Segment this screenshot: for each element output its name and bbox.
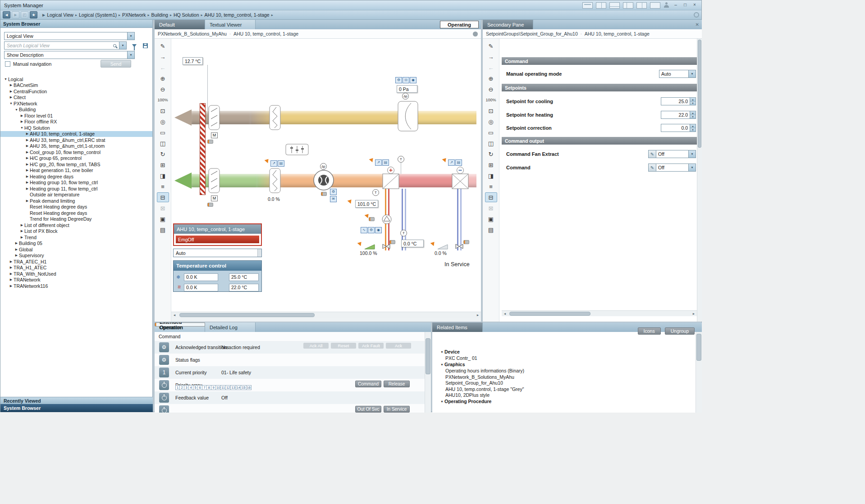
tool-zoom-out[interactable]: ⊖ bbox=[485, 84, 497, 94]
tree-item[interactable]: ▼HQ Solution bbox=[0, 125, 152, 131]
layout-single-icon[interactable] bbox=[650, 2, 660, 9]
scrollbar-thumb[interactable] bbox=[698, 40, 701, 148]
tree-item[interactable]: ▶H/C grp_20, flow temp_ctrl, TABS bbox=[0, 161, 152, 168]
tool-magnifier[interactable]: ◎ bbox=[157, 117, 169, 127]
priority-cell[interactable]: 3 bbox=[184, 385, 189, 390]
gear-chip-icon[interactable]: ⚙ bbox=[395, 77, 402, 83]
operating-mode-list[interactable]: Auto bbox=[173, 249, 262, 257]
related-item[interactable]: AHU10, 2DPlus style bbox=[439, 392, 693, 399]
cooling-delta-field[interactable]: 0.0 K bbox=[184, 273, 218, 281]
trend-chip-icon[interactable]: ↗ bbox=[270, 160, 277, 167]
tree-expand-icon[interactable]: ▶ bbox=[25, 144, 30, 148]
tree-collapse-icon[interactable]: ▼ bbox=[439, 363, 444, 366]
tool-magnifier[interactable]: ◎ bbox=[485, 117, 497, 127]
popout-button[interactable]: ◰ bbox=[21, 11, 28, 18]
tree-item[interactable]: ▶Heating group 11, flow temp_ctrl bbox=[0, 186, 152, 192]
tree-item[interactable]: ▶TRA_H1_ATEC bbox=[0, 265, 152, 271]
related-item[interactable]: Operating hours informations (Binary) bbox=[439, 368, 693, 374]
tool-forward[interactable]: → bbox=[485, 52, 497, 62]
tab-secondary-pane[interactable]: Secondary Pane bbox=[483, 20, 533, 29]
tree-collapse-icon[interactable]: ▼ bbox=[439, 350, 444, 354]
manual-navigation-checkbox[interactable] bbox=[5, 61, 10, 67]
tool-zoom-in[interactable]: ⊕ bbox=[485, 73, 497, 83]
tool-edit[interactable]: ✎ bbox=[485, 41, 497, 51]
tree-expand-icon[interactable]: ▶ bbox=[14, 248, 19, 251]
priority-cell[interactable]: 14 bbox=[236, 385, 241, 390]
related-group-header[interactable]: ▼Device bbox=[439, 349, 693, 355]
secondary-vertical-scrollbar[interactable] bbox=[697, 39, 702, 322]
spin-down-icon[interactable]: ▼ bbox=[690, 128, 696, 132]
duct-pressure-readout[interactable]: 0 Pa bbox=[397, 85, 417, 93]
tree-item[interactable]: ▶Citect bbox=[0, 95, 152, 101]
list-chip-icon[interactable]: ▤ bbox=[382, 159, 389, 166]
tool-forward[interactable]: → bbox=[157, 52, 169, 62]
outside-temp-readout[interactable]: 12.7 °C bbox=[183, 57, 203, 65]
gear-chip-icon[interactable]: ⚙ bbox=[330, 189, 337, 195]
tab-textual-viewer[interactable]: Textual Viewer bbox=[205, 20, 256, 29]
gear-chip-icon[interactable]: ⚙ bbox=[368, 227, 375, 233]
breadcrumb-item[interactable]: Logical (System1) bbox=[79, 12, 117, 18]
scrollbar-thumb[interactable] bbox=[509, 312, 590, 316]
tree-item[interactable]: ▶AHU 35, temp_&hum_ctrl,1-st,room bbox=[0, 143, 152, 150]
back-button[interactable]: ◄ bbox=[3, 11, 10, 18]
tree-item[interactable]: ▶Cool_group 10, flow temp_control bbox=[0, 149, 152, 155]
cooling-setpoint-field[interactable]: 25.0 °C bbox=[229, 273, 259, 281]
tool-zoom-window[interactable]: ◫ bbox=[157, 138, 169, 148]
tree-item[interactable]: ▶Heating degree days bbox=[0, 173, 152, 180]
pump-icon[interactable] bbox=[382, 214, 392, 224]
list-chip-icon[interactable]: ▤ bbox=[455, 159, 462, 166]
scroll-right-icon[interactable]: ► bbox=[691, 311, 697, 317]
doc-path-item[interactable]: AHU 10, temp_control, 1-stage bbox=[585, 31, 650, 36]
tool-print[interactable]: ▤ bbox=[485, 225, 497, 235]
tool-rotate[interactable]: ↻ bbox=[157, 149, 169, 159]
spin-up-icon[interactable]: ▲ bbox=[690, 98, 696, 101]
tree-expand-icon[interactable]: ▶ bbox=[25, 163, 30, 166]
scrollbar[interactable] bbox=[257, 249, 261, 257]
trend-chip-icon[interactable]: ↗ bbox=[448, 159, 455, 166]
setpoint-correction-spinner[interactable]: 0.0▲▼ bbox=[661, 124, 696, 132]
graphics-canvas[interactable]: 12.7 °C M M ⚙ ⊡ ◉ 0 Pa ∆p ↗ ▤ 0.0 % bbox=[171, 39, 481, 312]
heating-coil-icon[interactable] bbox=[382, 167, 399, 189]
tree-item[interactable]: ▶TRA_ATEC_H1 bbox=[0, 259, 152, 265]
cooling-setpoint-spinner[interactable]: 25.0▲▼ bbox=[661, 97, 696, 105]
chevron-down-icon[interactable]: ▼ bbox=[127, 32, 134, 40]
spin-up-icon[interactable]: ▲ bbox=[690, 124, 696, 128]
tree-item[interactable]: ▼Logical bbox=[0, 76, 152, 82]
tree-expand-icon[interactable]: ▶ bbox=[25, 138, 30, 142]
tree-collapse-icon[interactable]: ▼ bbox=[14, 108, 19, 111]
tree-expand-icon[interactable]: ▶ bbox=[19, 223, 24, 227]
layout-bottom-strip-icon[interactable] bbox=[609, 2, 620, 9]
tree-expand-icon[interactable]: ▶ bbox=[25, 132, 30, 136]
layout-grid-icon[interactable] bbox=[636, 2, 647, 9]
tree-expand-icon[interactable]: ▶ bbox=[9, 284, 14, 288]
priority-cell[interactable]: 4 bbox=[189, 385, 193, 390]
tree-expand-icon[interactable]: ▶ bbox=[14, 254, 19, 257]
tool-rotate[interactable]: ↻ bbox=[485, 149, 497, 159]
tool-edit[interactable]: ✎ bbox=[157, 41, 169, 51]
tree-collapse-icon[interactable]: ▼ bbox=[9, 102, 14, 105]
spin-up-icon[interactable]: ▲ bbox=[690, 111, 696, 115]
priority-cell[interactable]: 1 bbox=[175, 385, 180, 390]
tree-expand-icon[interactable]: ▶ bbox=[25, 181, 30, 184]
extract-filter-icon[interactable] bbox=[269, 105, 281, 130]
schedule-chip-icon[interactable]: ⊡ bbox=[403, 77, 409, 83]
tool-select-rect[interactable]: ▭ bbox=[157, 127, 169, 137]
breadcrumb-item[interactable]: Logical View bbox=[47, 12, 73, 18]
search-input[interactable] bbox=[5, 43, 112, 48]
priority-cell[interactable]: 16 bbox=[247, 385, 252, 390]
pane-options-icon[interactable] bbox=[473, 32, 478, 36]
tree-item[interactable]: Trend for Heating DegreeDay bbox=[0, 216, 152, 222]
tab-detailed-log[interactable]: Detailed Log bbox=[205, 322, 256, 332]
priority-cell[interactable]: 13 bbox=[231, 385, 236, 390]
ahu-status-panel[interactable]: AHU 10, temp_control, 1-stage EmgOff bbox=[173, 223, 262, 246]
layout-two-columns-icon[interactable] bbox=[596, 2, 606, 9]
spin-down-icon[interactable]: ▼ bbox=[690, 115, 696, 119]
chevron-down-icon[interactable]: ▼ bbox=[688, 70, 696, 77]
command-control[interactable]: ✎Off▼ bbox=[648, 163, 696, 172]
tree-item[interactable]: ▼PXNetwork bbox=[0, 100, 152, 107]
search-history-chevron-icon[interactable]: ▼ bbox=[119, 42, 126, 49]
in-service-button[interactable]: In Service bbox=[384, 406, 410, 413]
tree-item[interactable]: ▶List of different object bbox=[0, 222, 152, 228]
related-item[interactable]: PXNetwork_B_Solutions_MyAhu bbox=[439, 374, 693, 380]
tool-filter[interactable]: ⊟ bbox=[485, 192, 497, 202]
